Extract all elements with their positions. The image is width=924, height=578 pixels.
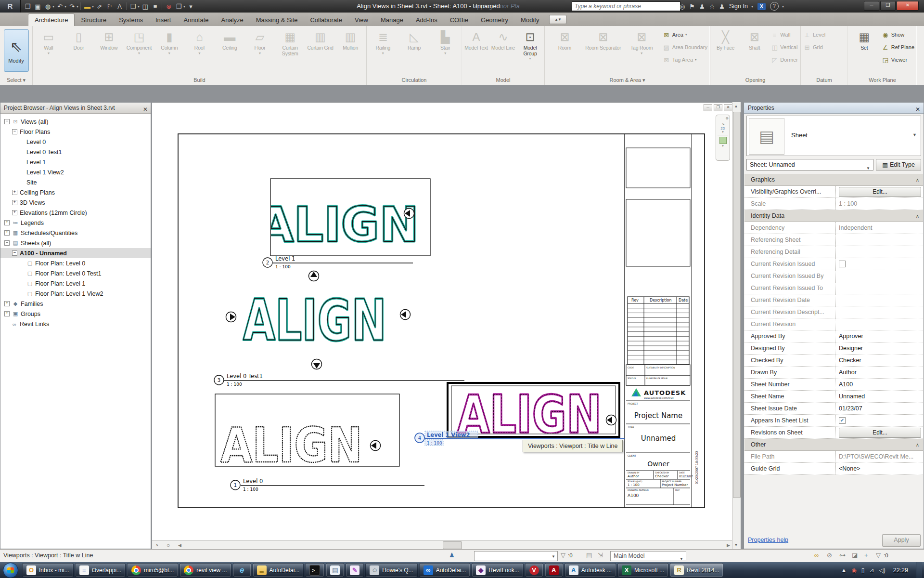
start-button[interactable] bbox=[3, 563, 18, 578]
steering-wheel-small-icon[interactable]: ◔ bbox=[155, 542, 158, 549]
measure-caret-icon[interactable]: ▾ bbox=[92, 4, 94, 9]
taskbar-button-revit-view-[interactable]: revit view ... bbox=[180, 563, 231, 577]
tree-expander-icon[interactable]: − bbox=[12, 250, 17, 256]
ribbon-button-ramp[interactable]: ◺Ramp bbox=[399, 27, 430, 77]
zoom-caret-icon[interactable]: ▾ bbox=[722, 144, 724, 148]
help-icon[interactable]: ? bbox=[770, 2, 779, 11]
tree-item-site[interactable]: Site bbox=[0, 177, 151, 187]
ribbon-button-curtain-grid[interactable]: ▥Curtain Grid bbox=[306, 27, 335, 77]
property-section-identity-data[interactable]: Identity Data∧ bbox=[744, 210, 923, 222]
tree-item-floor-plan-level-1[interactable]: ▢Floor Plan: Level 1 bbox=[0, 278, 151, 289]
redo-caret-icon[interactable]: ▾ bbox=[77, 4, 78, 9]
tree-expander-icon[interactable]: + bbox=[4, 230, 10, 236]
customize-icon[interactable]: ▾ bbox=[186, 2, 195, 11]
property-value[interactable]: 1 : 100 bbox=[835, 198, 923, 210]
action-center-icon[interactable]: ▯ bbox=[861, 567, 865, 574]
checkbox-checked[interactable]: ✔ bbox=[839, 417, 846, 424]
tree-item-level-1-view2[interactable]: Level 1 View2 bbox=[0, 167, 151, 177]
ribbon-button-set[interactable]: ▦Set bbox=[849, 27, 880, 77]
scroll-right-icon[interactable]: ▶ bbox=[727, 543, 730, 548]
switch-windows-icon[interactable]: ❐ bbox=[174, 2, 183, 11]
tree-expander-icon[interactable]: + bbox=[4, 311, 10, 316]
taskbar-button-notes[interactable]: ▤ bbox=[326, 563, 344, 577]
workset-combo[interactable]: ▼ bbox=[474, 551, 558, 561]
communication-icon[interactable]: ♟ bbox=[699, 3, 705, 10]
subscription-icon[interactable]: ⚑ bbox=[689, 3, 695, 10]
taskbar-button-autodetai-[interactable]: ▂AutoDetai... bbox=[253, 563, 304, 577]
property-value[interactable]: Independent bbox=[835, 222, 923, 234]
properties-help-link[interactable]: Properties help bbox=[748, 537, 788, 543]
edit-type-button[interactable]: ▦ Edit Type bbox=[876, 159, 921, 171]
taskbar-button-revit-2014-[interactable]: RRevit 2014... bbox=[670, 563, 723, 577]
ribbon-button-grid[interactable]: ⊞Grid bbox=[802, 42, 827, 53]
ribbon-button-component[interactable]: ◳Component▼ bbox=[124, 27, 154, 77]
tree-item-level-0-test1[interactable]: Level 0 Test1 bbox=[0, 147, 151, 157]
view-minimize-icon[interactable]: ─ bbox=[704, 104, 712, 111]
tab-insert[interactable]: Insert bbox=[149, 14, 178, 26]
panel-label-select[interactable]: Select ▾ bbox=[0, 77, 32, 85]
search-icon[interactable]: ◎ bbox=[680, 3, 685, 10]
property-section-other[interactable]: Other∧ bbox=[744, 439, 923, 451]
ribbon-button-dormer[interactable]: ◸Dormer bbox=[769, 54, 799, 65]
section-collapse-icon[interactable]: ∧ bbox=[916, 442, 919, 447]
tree-expander-icon[interactable]: + bbox=[12, 190, 17, 195]
show-desktop-button[interactable] bbox=[916, 562, 922, 578]
sign-in-button[interactable]: Sign In bbox=[729, 3, 748, 10]
ribbon-button-ref-plane[interactable]: ∠Ref Plane bbox=[880, 42, 916, 53]
ribbon-button-tag-room[interactable]: ⊠Tag Room▼ bbox=[623, 27, 661, 77]
property-value[interactable]: Designer bbox=[835, 342, 923, 354]
close-button[interactable]: ✕ bbox=[897, 1, 919, 11]
taskbar-button-vred[interactable]: V bbox=[525, 563, 543, 577]
instance-selector[interactable]: Sheet: Unnamed ▼ bbox=[746, 159, 873, 171]
sun-path-icon[interactable]: ○ bbox=[167, 542, 170, 549]
sync-caret-icon[interactable]: ▾ bbox=[52, 4, 54, 9]
ribbon-button-model-line[interactable]: ∿Model Line bbox=[490, 27, 516, 77]
property-value[interactable]: A100 bbox=[835, 379, 923, 390]
tree-expander-icon[interactable]: − bbox=[4, 240, 10, 246]
instance-selector-caret-icon[interactable]: ▼ bbox=[866, 163, 870, 174]
tab-analyze[interactable]: Analyze bbox=[215, 14, 250, 26]
tab-systems[interactable]: Systems bbox=[113, 14, 149, 26]
open-icon[interactable]: ❐ bbox=[23, 2, 32, 11]
ribbon-button-area-boundary[interactable]: ▨Area Boundary bbox=[661, 42, 709, 53]
tree-expander-icon[interactable]: + bbox=[12, 200, 17, 205]
ribbon-collapse-button[interactable]: ▴ ▾ bbox=[549, 15, 566, 24]
property-value[interactable] bbox=[835, 294, 923, 306]
taskbar-button-adobe[interactable]: A bbox=[545, 563, 563, 577]
edit-button[interactable]: Edit... bbox=[839, 428, 921, 438]
exchange-apps-icon[interactable]: X bbox=[757, 3, 766, 10]
scroll-down-icon[interactable]: ▼ bbox=[732, 541, 740, 549]
scroll-up-icon[interactable]: ▲ bbox=[732, 103, 740, 110]
tree-item-a100-unnamed[interactable]: −A100 - Unnamed bbox=[0, 248, 151, 258]
design-options-icon[interactable]: ▤ bbox=[586, 552, 592, 559]
taskbar-button-overlappi-[interactable]: ≡Overlappi... bbox=[75, 563, 126, 577]
vertical-scroll-thumb[interactable] bbox=[733, 112, 741, 498]
property-value[interactable] bbox=[835, 282, 923, 294]
ribbon-button-ceiling[interactable]: ▬Ceiling bbox=[215, 27, 244, 77]
user-icon[interactable]: ♟ bbox=[719, 3, 725, 10]
tree-item-level-1[interactable]: Level 1 bbox=[0, 157, 151, 167]
navigation-bar[interactable]: ⊗ ◔ 2D ▾ ▾ bbox=[716, 115, 730, 161]
tree-item-floor-plan-level-1-view2[interactable]: ▢Floor Plan: Level 1 View2 bbox=[0, 289, 151, 299]
tray-expand-icon[interactable]: ▲ bbox=[841, 567, 847, 574]
active-only-icon[interactable]: ⇲ bbox=[598, 552, 603, 559]
undo-caret-icon[interactable]: ▾ bbox=[64, 4, 66, 9]
tab-annotate[interactable]: Annotate bbox=[177, 14, 215, 26]
redo-icon[interactable]: ↷ bbox=[67, 2, 77, 11]
zoom-icon[interactable] bbox=[719, 137, 727, 144]
select-pinned-icon[interactable]: ⊶ bbox=[839, 552, 846, 559]
tab-view[interactable]: View bbox=[348, 14, 374, 26]
property-value[interactable]: Author bbox=[835, 367, 923, 378]
tree-item-sheets-all-[interactable]: −▤Sheets (all) bbox=[0, 238, 151, 248]
select-underlay-icon[interactable]: ⊘ bbox=[827, 552, 832, 559]
taskbar-button-revitlook-[interactable]: ◆RevitLook... bbox=[472, 563, 523, 577]
property-value[interactable]: Approver bbox=[835, 330, 923, 342]
panel-label-room-area[interactable]: Room & Area ▾ bbox=[545, 77, 710, 85]
volume-icon[interactable]: ◁) bbox=[879, 567, 885, 574]
help-caret-icon[interactable]: ▾ bbox=[782, 4, 784, 9]
tab-architecture[interactable]: Architecture bbox=[28, 13, 75, 26]
ribbon-button-room-separator[interactable]: ⊠Room Separator bbox=[584, 27, 622, 77]
switch-windows-caret-icon[interactable]: ▾ bbox=[183, 4, 185, 9]
design-option-combo[interactable]: Main Model ▼ bbox=[610, 551, 686, 561]
tree-expander-icon[interactable]: + bbox=[12, 210, 17, 215]
